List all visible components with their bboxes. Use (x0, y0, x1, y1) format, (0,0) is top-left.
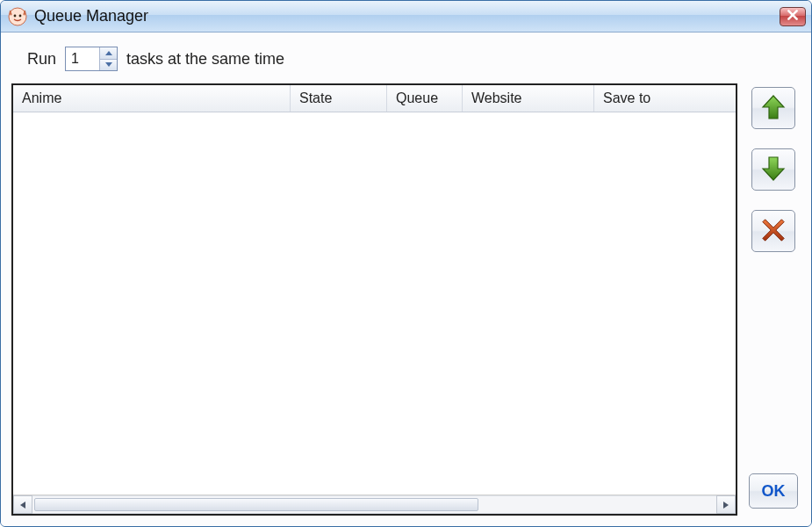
run-label-after: tasks at the same time (126, 50, 284, 69)
arrow-up-icon (759, 93, 787, 124)
column-website[interactable]: Website (463, 85, 594, 112)
scroll-thumb[interactable] (34, 498, 478, 511)
column-queue[interactable]: Queue (387, 85, 463, 112)
delete-button[interactable] (751, 210, 795, 252)
table-body (13, 112, 736, 495)
side-buttons: OK (746, 83, 801, 516)
spinner-up-button[interactable] (100, 47, 117, 59)
window-title: Queue Manager (34, 7, 780, 25)
chevron-right-icon (723, 502, 729, 509)
arrow-down-icon (759, 155, 787, 185)
chevron-down-icon (105, 62, 112, 67)
table-header: Anime State Queue Website Save to (13, 85, 736, 112)
spinner-buttons (99, 47, 117, 70)
scroll-right-button[interactable] (716, 495, 736, 514)
close-button[interactable] (780, 7, 806, 26)
run-label-before: Run (27, 50, 56, 69)
close-icon (787, 9, 799, 24)
spinner-down-button[interactable] (100, 59, 117, 71)
column-anime[interactable]: Anime (13, 85, 291, 112)
svg-point-2 (19, 14, 22, 17)
main-area: Anime State Queue Website Save to (1, 83, 811, 526)
chevron-left-icon (20, 502, 25, 509)
queue-manager-window: Queue Manager Run tasks at the same time (0, 0, 812, 527)
svg-point-1 (14, 14, 17, 17)
delete-x-icon (760, 217, 787, 246)
ok-button[interactable]: OK (749, 473, 798, 509)
queue-table: Anime State Queue Website Save to (11, 83, 737, 516)
column-save-to[interactable]: Save to (594, 85, 736, 112)
scroll-track[interactable] (32, 495, 716, 514)
move-up-button[interactable] (751, 87, 795, 129)
concurrent-tasks-input[interactable] (66, 47, 99, 70)
chevron-up-icon (105, 51, 112, 55)
scroll-left-button[interactable] (13, 495, 32, 514)
app-icon (8, 7, 27, 26)
svg-point-0 (9, 8, 26, 25)
ok-label: OK (762, 482, 786, 501)
horizontal-scrollbar[interactable] (13, 495, 736, 514)
move-down-button[interactable] (751, 148, 795, 191)
titlebar: Queue Manager (1, 1, 811, 32)
run-controls: Run tasks at the same time (1, 32, 811, 83)
concurrent-tasks-stepper[interactable] (65, 47, 118, 71)
column-state[interactable]: State (291, 85, 387, 112)
